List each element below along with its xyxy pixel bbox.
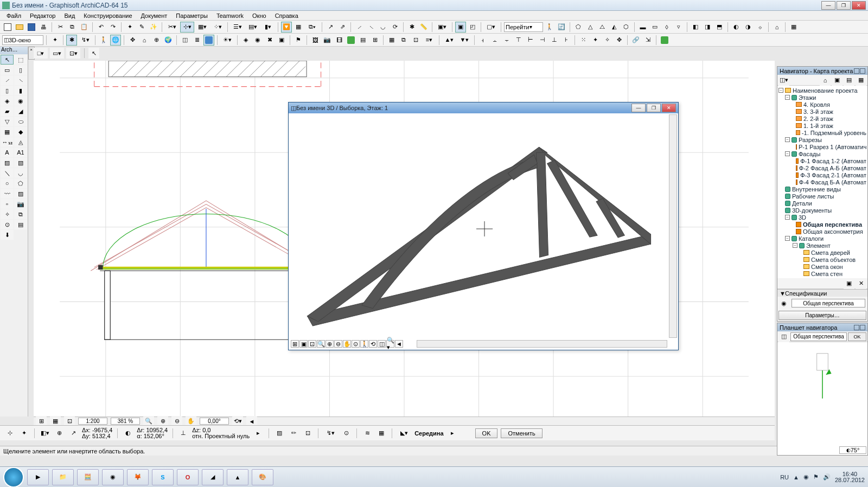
arrow-tool[interactable]: ↖ <box>1 55 14 65</box>
params-button[interactable]: Параметры… <box>778 311 866 320</box>
cb2[interactable]: ✦ <box>18 428 29 439</box>
tb-media[interactable]: ▶ <box>27 469 49 485</box>
level-tool[interactable]: ◬ <box>14 137 27 147</box>
nav-tb4[interactable]: ▤ <box>844 75 854 86</box>
tray-icon4[interactable]: 🔊 <box>823 473 831 480</box>
3d-bt1[interactable]: ⊞ <box>291 340 299 348</box>
zoom-field[interactable] <box>111 418 140 425</box>
mini-arrow[interactable]: ↖ <box>88 48 99 59</box>
offset-button[interactable]: ⟳ <box>390 22 400 33</box>
lang-indicator[interactable]: RU <box>780 474 789 480</box>
cb6[interactable]: ◐ <box>123 428 133 439</box>
globe-icon[interactable]: 🌍 <box>163 35 174 46</box>
figure-tool[interactable]: ▨ <box>14 189 27 198</box>
lamp-tool[interactable]: ◉ <box>14 96 27 106</box>
misc3-button[interactable]: ◊ <box>661 22 672 33</box>
roof4-button[interactable]: ◭ <box>609 22 620 33</box>
mesh-tool[interactable]: ▽ <box>1 117 14 126</box>
orbit2-button[interactable]: 🌐 <box>110 35 121 46</box>
layers-icon[interactable]: ≣ <box>192 35 202 46</box>
sp4-button[interactable]: ✥ <box>614 35 624 46</box>
fillet-button[interactable]: ◡ <box>378 22 388 33</box>
al7-button[interactable]: ⊥ <box>549 35 560 46</box>
g4-button[interactable]: ≡▾ <box>422 35 436 46</box>
maximize-button[interactable]: ❐ <box>837 1 851 10</box>
persp-button[interactable]: ▣ <box>455 22 466 33</box>
3d-bt10[interactable]: ⟲ <box>369 340 377 348</box>
poly-tool[interactable]: ⬠ <box>14 178 27 188</box>
menu-edit[interactable]: Редактор <box>25 12 60 19</box>
ps-ok-button[interactable]: OK <box>848 332 866 341</box>
roof5-button[interactable]: ⬡ <box>621 22 631 33</box>
menu-teamwork[interactable]: Teamwork <box>212 12 248 19</box>
copy-button[interactable]: ⧉ <box>67 22 78 33</box>
tray-icon2[interactable]: ◉ <box>803 473 809 480</box>
misc1-button[interactable]: ▬ <box>637 22 648 33</box>
print-button[interactable]: 🖶 <box>38 22 49 33</box>
extend-button[interactable]: ⟍ <box>366 22 376 33</box>
pick-button[interactable]: ✦ <box>124 22 135 33</box>
nav-bt1[interactable]: ▣ <box>844 278 854 289</box>
cursor-button[interactable]: ✱ <box>66 35 77 46</box>
measure-button[interactable]: 📏 <box>418 22 429 33</box>
redo-button[interactable]: ↷ <box>107 22 118 33</box>
scale-field[interactable] <box>78 418 107 425</box>
misc9-button[interactable]: ◑ <box>743 22 754 33</box>
camera-tool[interactable]: 📷 <box>14 199 27 209</box>
cb8[interactable]: ▸ <box>253 428 264 439</box>
t3d1-button[interactable]: ◈ <box>240 35 251 46</box>
cb15[interactable]: ▦ <box>376 428 387 439</box>
tb-app2[interactable]: ▲ <box>227 469 248 485</box>
sec-tool[interactable]: ✧ <box>1 209 14 219</box>
nav-tb5[interactable]: ▦ <box>856 75 866 86</box>
align1-button[interactable]: ☰▾ <box>231 22 245 33</box>
cb12[interactable]: ↯▾ <box>323 428 337 439</box>
menu-design[interactable]: Конструирование <box>79 12 136 19</box>
filter-button[interactable]: 🔽 <box>281 22 292 33</box>
cb3[interactable]: ◧▾ <box>40 428 50 439</box>
green-icon[interactable] <box>346 35 356 46</box>
chart-icon[interactable]: ▤ <box>358 35 368 46</box>
magic-button[interactable]: ✨ <box>148 22 159 33</box>
3d-bt5[interactable]: ⊕ <box>326 340 334 348</box>
sun-button[interactable]: ☀▾ <box>220 35 234 46</box>
navigator-tree[interactable]: −Наименование проекта −Этажи 4. Кровля 3… <box>777 86 867 278</box>
close-button[interactable]: ✕ <box>852 1 866 10</box>
roof3-button[interactable]: ⧍ <box>597 22 608 33</box>
3d-bt12[interactable]: 🔍▾ <box>386 340 394 348</box>
3d-bt8[interactable]: ⊙ <box>352 340 360 348</box>
column-tool[interactable]: ▯ <box>14 65 27 75</box>
det-tool[interactable]: ⊙ <box>1 220 14 229</box>
explode-button[interactable]: ✱ <box>406 22 417 33</box>
nav-pin-icon[interactable] <box>854 68 859 74</box>
grid-snap-button[interactable]: ⁘▾ <box>210 22 225 33</box>
3d-bt2[interactable]: ▣ <box>299 340 308 348</box>
mini1-button[interactable]: □▾ <box>34 48 48 59</box>
spline-tool[interactable]: 〰 <box>1 189 14 198</box>
t3d4-button[interactable]: ▣ <box>276 35 287 46</box>
misc8-button[interactable]: ◐ <box>731 22 742 33</box>
walk-button[interactable]: 🚶 <box>544 22 555 33</box>
trim-button[interactable]: ⟋ <box>354 22 365 33</box>
misc5-button[interactable]: ◧ <box>690 22 701 33</box>
al8-button[interactable]: ⊦ <box>561 35 572 46</box>
window-tool[interactable]: ▯ <box>1 86 14 95</box>
g3-button[interactable]: ⊡ <box>410 35 421 46</box>
slab-tool[interactable]: ▰ <box>1 106 14 116</box>
arrow-button[interactable]: ↗ <box>325 22 336 33</box>
beam2-tool[interactable]: ⟍ <box>14 75 27 85</box>
nav-tb1[interactable]: ◫▾ <box>778 75 789 86</box>
dn-button[interactable]: ▼▾ <box>457 35 471 46</box>
nav-tb3[interactable]: ▣ <box>832 75 843 86</box>
layer-button[interactable]: ▦ <box>293 22 304 33</box>
tb-opera[interactable]: O <box>177 469 199 485</box>
misc7-button[interactable]: ⬒ <box>714 22 725 33</box>
tb-archicad[interactable]: ◢ <box>202 469 224 485</box>
up-button[interactable]: ▲▾ <box>442 35 456 46</box>
chevron-down-icon[interactable]: ▼ <box>780 290 785 297</box>
menu-options[interactable]: Параметры <box>171 12 212 19</box>
cb9[interactable]: ▨ <box>274 428 285 439</box>
cb1[interactable]: ⊹ <box>4 428 15 439</box>
g2-button[interactable]: ⧉ <box>398 35 409 46</box>
export-icon[interactable]: ⇲ <box>642 35 653 46</box>
